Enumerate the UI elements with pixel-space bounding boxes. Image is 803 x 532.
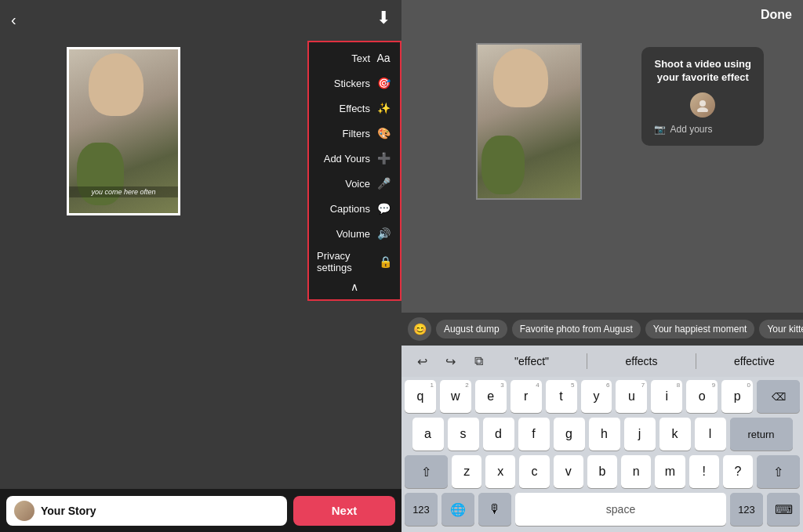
key-t[interactable]: 5t (546, 380, 577, 413)
tool-label-privacy: Privacy settings (317, 250, 373, 273)
done-button[interactable]: Done (761, 8, 792, 22)
key-row-3: ⇧ z x c v b n m ! ? ⇧ (405, 455, 800, 488)
right-video-area: Done Shoot a video usingyour favorite ef… (402, 0, 803, 313)
tool-item-filters[interactable]: Filters 🎨 (309, 121, 400, 146)
tool-item-voice[interactable]: Voice 🎤 (309, 171, 400, 196)
key-u[interactable]: 7u (616, 380, 647, 413)
key-row-4: 123 🌐 🎙 space 123 ⌨ (405, 493, 800, 526)
num-switch-key[interactable]: 123 (405, 493, 438, 526)
autocomplete-word-3[interactable]: effective (728, 353, 781, 369)
add-yours-row[interactable]: 📷 Add yours (654, 124, 751, 135)
right-photo (476, 43, 582, 200)
baby-face (89, 53, 144, 116)
left-video-area: ‹ ⬇ you come here often Text Aa Stickers… (0, 0, 402, 489)
key-question[interactable]: ? (723, 455, 753, 488)
tool-label-filters: Filters (343, 128, 370, 139)
divider-2 (696, 353, 696, 369)
tool-item-captions[interactable]: Captions 💬 (309, 196, 400, 221)
key-l[interactable]: l (695, 418, 726, 451)
key-v[interactable]: v (554, 455, 583, 488)
key-d[interactable]: d (483, 418, 514, 451)
key-e[interactable]: 3e (475, 380, 507, 413)
your-story-label: Your Story (41, 505, 96, 517)
chip-favorite-photo[interactable]: Favorite photo from August (512, 320, 641, 338)
right-baby-face (493, 49, 548, 107)
undo-button[interactable]: ↩ (408, 347, 436, 375)
effects-icon: ✨ (375, 100, 392, 117)
key-r[interactable]: 4r (511, 380, 542, 413)
right-turtle (481, 136, 525, 194)
chip-kitten[interactable]: Your kitten on its first day home (759, 320, 803, 338)
key-x[interactable]: x (485, 455, 515, 488)
key-y[interactable]: 6y (581, 380, 612, 413)
autocomplete-word-1[interactable]: "effect" (508, 353, 555, 369)
key-w[interactable]: 2w (440, 380, 471, 413)
emoji-key[interactable]: 🌐 (441, 493, 474, 526)
tool-item-effects[interactable]: Effects ✨ (309, 96, 400, 121)
backspace-key[interactable]: ⌫ (757, 380, 800, 413)
right-panel: Done Shoot a video usingyour favorite ef… (402, 0, 803, 532)
tool-label-volume: Volume (336, 228, 370, 240)
key-f[interactable]: f (518, 418, 550, 451)
chip-happiest-moment[interactable]: Your happiest moment (645, 320, 755, 338)
autocomplete-words: "effect" effects effective (492, 353, 797, 369)
space-bar[interactable]: space (515, 493, 726, 526)
tool-item-stickers[interactable]: Stickers 🎯 (309, 71, 400, 96)
key-exclaim[interactable]: ! (689, 455, 719, 488)
collapse-button[interactable]: ∧ (309, 277, 400, 296)
key-a[interactable]: a (412, 418, 444, 451)
key-q[interactable]: 1q (405, 380, 436, 413)
key-n[interactable]: n (621, 455, 651, 488)
key-k[interactable]: k (659, 418, 691, 451)
key-i[interactable]: 8i (651, 380, 682, 413)
chips-row: 😊 August dump Favorite photo from August… (402, 313, 803, 346)
tool-item-add-yours[interactable]: Add Yours ➕ (309, 146, 400, 171)
key-c[interactable]: c (519, 455, 549, 488)
your-story-button[interactable]: Your Story (6, 496, 287, 526)
paste-button[interactable]: ⧉ (464, 347, 492, 375)
story-photo: you come here often (67, 47, 180, 215)
camera-icon: 📷 (654, 124, 666, 135)
text-icon: Aa (375, 49, 392, 67)
shift-key[interactable]: ⇧ (405, 455, 448, 488)
key-j[interactable]: j (624, 418, 656, 451)
emoji-chip-icon[interactable]: 😊 (408, 317, 431, 341)
num-switch-key-right[interactable]: 123 (730, 493, 763, 526)
divider-1 (587, 353, 587, 369)
shift-key-right[interactable]: ⇧ (757, 455, 800, 488)
volume-icon: 🔊 (375, 225, 392, 242)
avatar (14, 501, 35, 521)
keyboard-rows: 1q 2w 3e 4r 5t 6y 7u 8i 9o 0p ⌫ a s d f … (402, 377, 803, 532)
key-o[interactable]: 9o (686, 380, 718, 413)
chip-august-dump[interactable]: August dump (436, 320, 507, 338)
add-yours-icon: ➕ (375, 150, 392, 167)
autocomplete-bar: ↩ ↪ ⧉ "effect" effects effective (402, 346, 803, 377)
tool-item-volume[interactable]: Volume 🔊 (309, 221, 400, 246)
key-m[interactable]: m (655, 455, 685, 488)
bottom-bar: Your Story Next (0, 489, 402, 532)
key-b[interactable]: b (587, 455, 617, 488)
story-photo-inner: you come here often (69, 49, 178, 213)
next-button[interactable]: Next (293, 496, 395, 526)
autocomplete-word-2[interactable]: effects (620, 353, 664, 369)
tool-label-voice: Voice (345, 178, 370, 190)
key-z[interactable]: z (452, 455, 481, 488)
shoot-avatar (690, 92, 715, 118)
tool-item-text[interactable]: Text Aa (309, 45, 400, 71)
redo-button[interactable]: ↪ (436, 347, 464, 375)
shoot-title: Shoot a video usingyour favorite effect (654, 58, 751, 85)
key-g[interactable]: g (554, 418, 585, 451)
mic-key[interactable]: 🎙 (478, 493, 511, 526)
download-button[interactable]: ⬇ (376, 8, 391, 28)
key-p[interactable]: 0p (721, 380, 753, 413)
back-button[interactable]: ‹ (11, 11, 16, 29)
keyboard-dismiss-key[interactable]: ⌨ (767, 493, 800, 526)
stickers-icon: 🎯 (375, 74, 392, 92)
add-yours-label: Add yours (670, 124, 712, 135)
return-key[interactable]: return (730, 418, 793, 451)
tool-label-text: Text (351, 52, 370, 64)
svg-point-0 (699, 100, 706, 107)
key-h[interactable]: h (589, 418, 620, 451)
key-s[interactable]: s (448, 418, 479, 451)
tool-item-privacy[interactable]: Privacy settings 🔒 (309, 246, 400, 277)
